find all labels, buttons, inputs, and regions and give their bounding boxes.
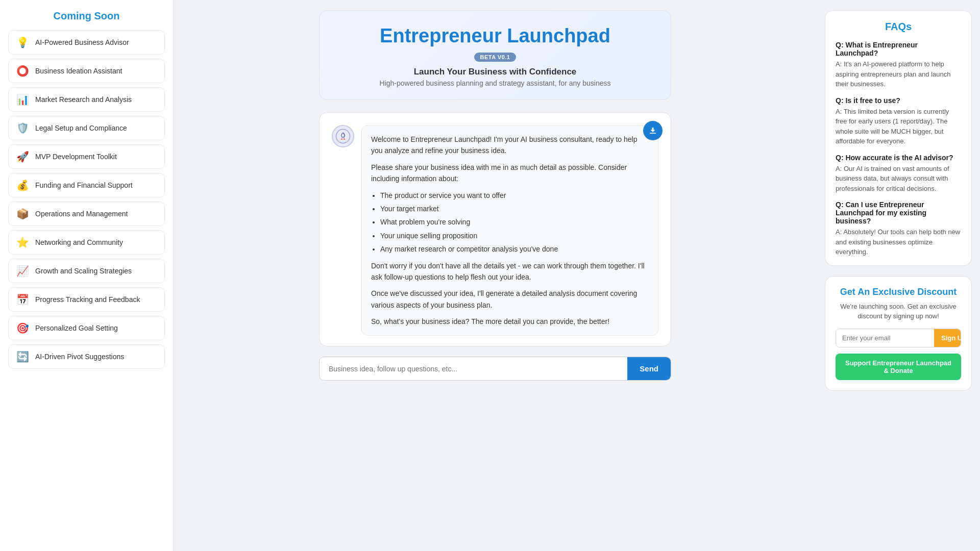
sidebar-item-ai-business-advisor[interactable]: 💡 AI-Powered Business Advisor [8,30,165,55]
chat-p1: Welcome to Entrepreneur Launchpad! I'm y… [371,134,649,157]
sidebar-item-mvp-development[interactable]: 🚀 MVP Development Toolkit [8,144,165,169]
sidebar-item-business-ideation[interactable]: ⭕ Business Ideation Assistant [8,59,165,83]
chat-bullet-item: Your target market [380,203,649,214]
beta-badge: BETA V0.1 [474,53,517,62]
faq-answer-3: A: Absolutely! Our tools can help both n… [836,227,961,257]
email-row: Sign Up [836,329,961,347]
chat-p2: Please share your business idea with me … [371,162,649,185]
discount-card: Get An Exclusive Discount We're launchin… [825,276,972,391]
right-panel: FAQs Q: What is Entrepreneur Launchpad? … [817,0,980,551]
header-subtitle: Launch Your Business with Confidence [336,67,654,77]
faq-item-3: Q: Can I use Entrepreneur Launchpad for … [836,201,961,257]
faq-items: Q: What is Entrepreneur Launchpad? A: It… [836,41,961,257]
sidebar-icon-networking-community: ⭐ [16,236,29,248]
sidebar-item-progress-tracking[interactable]: 📅 Progress Tracking and Feedback [8,287,165,312]
app-title: Entrepreneur Launchpad [336,25,654,47]
faq-item-0: Q: What is Entrepreneur Launchpad? A: It… [836,41,961,89]
sidebar-label-progress-tracking: Progress Tracking and Feedback [35,295,140,304]
chat-bullets: The product or service you want to offer… [380,190,649,255]
chat-bubble: Welcome to Entrepreneur Launchpad! I'm y… [361,125,658,336]
sidebar-label-business-ideation: Business Ideation Assistant [35,67,122,75]
send-button[interactable]: Send [627,357,671,380]
sidebar-item-networking-community[interactable]: ⭐ Networking and Community [8,230,165,255]
faq-question-0: Q: What is Entrepreneur Launchpad? [836,41,961,57]
signup-button[interactable]: Sign Up [934,329,961,347]
faq-question-3: Q: Can I use Entrepreneur Launchpad for … [836,201,961,225]
sidebar-label-mvp-development: MVP Development Toolkit [35,153,117,161]
sidebar-item-legal-setup[interactable]: 🛡️ Legal Setup and Compliance [8,116,165,140]
chat-bullet-item: What problem you're solving [380,216,649,228]
sidebar-item-operations-management[interactable]: 📦 Operations and Management [8,202,165,226]
chat-bullet-item: The product or service you want to offer [380,190,649,201]
faq-answer-2: A: Our AI is trained on vast amounts of … [836,164,961,194]
sidebar-item-funding-financial[interactable]: 💰 Funding and Financial Support [8,173,165,197]
chat-input[interactable] [320,357,627,380]
chat-bullet-item: Any market research or competitor analys… [380,243,649,255]
faq-answer-0: A: It's an AI-powered platform to help a… [836,59,961,89]
sidebar-label-growth-scaling: Growth and Scaling Strategies [35,267,132,275]
sidebar-label-market-research: Market Research and Analysis [35,95,132,104]
sidebar-icon-operations-management: 📦 [16,208,29,220]
header-description: High-powered business planning and strat… [336,79,654,87]
sidebar-label-ai-business-advisor: AI-Powered Business Advisor [35,38,129,46]
sidebar-icon-progress-tracking: 📅 [16,293,29,306]
chat-bullet-item: Your unique selling proposition [380,230,649,241]
sidebar-icon-growth-scaling: 📈 [16,265,29,277]
faq-card: FAQs Q: What is Entrepreneur Launchpad? … [825,10,972,266]
sidebar-label-funding-financial: Funding and Financial Support [35,181,133,189]
sidebar-title: Coming Soon [8,10,165,22]
sidebar-icon-market-research: 📊 [16,93,29,106]
sidebar-item-personalized-goal[interactable]: 🎯 Personalized Goal Setting [8,316,165,340]
discount-title: Get An Exclusive Discount [836,287,961,297]
faq-title: FAQs [836,21,961,33]
faq-item-1: Q: Is it free to use? A: This limited be… [836,96,961,146]
email-input[interactable] [836,329,934,347]
svg-point-1 [342,135,344,137]
sidebar-icon-ai-pivot: 🔄 [16,350,29,363]
chat-area: Welcome to Entrepreneur Launchpad! I'm y… [319,112,671,346]
chat-messages: Welcome to Entrepreneur Launchpad! I'm y… [320,113,671,346]
chat-p5: So, what's your business idea? The more … [371,316,649,327]
sidebar-icon-personalized-goal: 🎯 [16,322,29,334]
avatar [332,125,354,147]
sidebar-item-ai-pivot[interactable]: 🔄 AI-Driven Pivot Suggestions [8,344,165,369]
discount-description: We're launching soon. Get an exclusive d… [836,302,961,321]
sidebar-label-networking-community: Networking and Community [35,238,123,246]
faq-answer-1: A: This limited beta version is currentl… [836,107,961,146]
sidebar-label-operations-management: Operations and Management [35,210,128,218]
sidebar-item-market-research[interactable]: 📊 Market Research and Analysis [8,87,165,112]
sidebar-icon-funding-financial: 💰 [16,179,29,191]
download-button[interactable] [643,121,663,140]
main-content: Entrepreneur Launchpad BETA V0.1 Launch … [174,0,817,551]
sidebar-label-personalized-goal: Personalized Goal Setting [35,324,118,332]
sidebar-label-ai-pivot: AI-Driven Pivot Suggestions [35,353,124,361]
faq-question-1: Q: Is it free to use? [836,96,961,105]
chat-message: Welcome to Entrepreneur Launchpad! I'm y… [332,125,658,336]
donate-button[interactable]: Support Entrepreneur Launchpad & Donate [836,354,961,380]
input-area: Send [319,357,671,381]
sidebar: Coming Soon 💡 AI-Powered Business Adviso… [0,0,174,551]
faq-question-2: Q: How accurate is the AI advisor? [836,154,961,162]
sidebar-icon-business-ideation: ⭕ [16,65,29,77]
sidebar-icon-ai-business-advisor: 💡 [16,36,29,48]
sidebar-icon-mvp-development: 🚀 [16,151,29,163]
sidebar-label-legal-setup: Legal Setup and Compliance [35,124,127,132]
faq-item-2: Q: How accurate is the AI advisor? A: Ou… [836,154,961,194]
header-card: Entrepreneur Launchpad BETA V0.1 Launch … [319,10,671,100]
chat-p3: Don't worry if you don't have all the de… [371,260,649,283]
sidebar-item-growth-scaling[interactable]: 📈 Growth and Scaling Strategies [8,259,165,283]
chat-p4: Once we've discussed your idea, I'll gen… [371,288,649,311]
sidebar-icon-legal-setup: 🛡️ [16,122,29,134]
